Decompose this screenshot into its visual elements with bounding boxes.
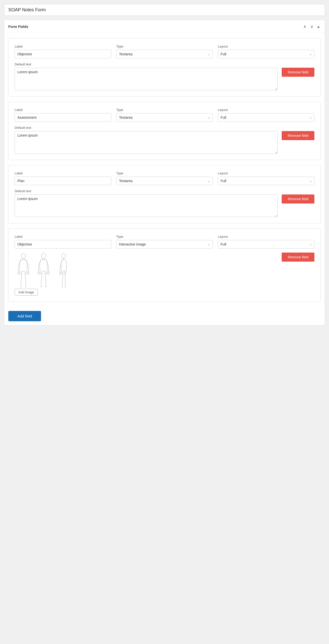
default-text-label-2: Default text <box>15 189 314 193</box>
svg-line-1 <box>22 258 22 260</box>
layout-select-0[interactable]: Full Half <box>218 50 314 58</box>
layout-group-2: Layout Full Half ⌄ <box>218 171 314 185</box>
type-heading-1: Type <box>116 108 213 112</box>
label-group-3: Label <box>15 235 111 249</box>
type-heading-3: Type <box>116 235 213 238</box>
layout-select-wrapper-1: Full Half ⌄ <box>218 113 314 122</box>
type-group-0: Type Textarea Interactive image Text ⌄ <box>116 45 213 58</box>
add-field-button[interactable]: Add field <box>8 311 41 321</box>
default-text-label-0: Default text <box>15 62 314 66</box>
layout-select-wrapper-0: Full Half ⌄ <box>218 50 314 58</box>
svg-line-7 <box>45 258 45 260</box>
remove-field-button-0[interactable]: Remove field <box>282 68 314 77</box>
field-card-3: Label Type Textarea Interactive image ⌄ … <box>8 228 321 302</box>
body-back-icon <box>35 253 52 288</box>
image-content: Add image <box>15 253 278 296</box>
field-row-1: Label Type Textarea Interactive image ⌄ … <box>15 108 314 122</box>
layout-select-wrapper-3: Full Half ⌄ <box>218 240 314 249</box>
form-fields-header: Form Fields ∧ ∨ ▴ <box>4 20 325 33</box>
svg-line-6 <box>42 258 43 260</box>
remove-field-button-2[interactable]: Remove field <box>282 194 314 204</box>
default-text-input-1[interactable] <box>15 131 278 154</box>
svg-line-2 <box>24 258 25 260</box>
layout-group-0: Layout Full Half ⌄ <box>218 45 314 58</box>
default-text-input-2[interactable] <box>15 194 278 217</box>
default-text-row-0: Remove field <box>15 68 314 90</box>
default-text-input-0[interactable] <box>15 68 278 90</box>
type-select-wrapper-1: Textarea Interactive image ⌄ <box>116 113 213 122</box>
layout-heading-2: Layout <box>218 171 314 175</box>
label-input-3[interactable] <box>15 240 111 249</box>
label-group-0: Label <box>15 45 111 58</box>
fields-container: Label Type Textarea Interactive image Te… <box>4 33 325 307</box>
default-text-row-1: Remove field <box>15 131 314 154</box>
svg-point-5 <box>42 253 46 259</box>
field-row-3: Label Type Textarea Interactive image ⌄ … <box>15 235 314 249</box>
field-row-2: Label Type Textarea Interactive image ⌄ … <box>15 171 314 185</box>
layout-heading-3: Layout <box>218 235 314 238</box>
type-group-1: Type Textarea Interactive image ⌄ <box>116 108 213 122</box>
layout-select-1[interactable]: Full Half <box>218 113 314 122</box>
type-select-2[interactable]: Textarea Interactive image <box>116 177 213 185</box>
move-down-button[interactable]: ∨ <box>309 24 315 29</box>
label-heading-3: Label <box>15 235 111 238</box>
field-card-1: Label Type Textarea Interactive image ⌄ … <box>8 102 321 160</box>
move-up-button[interactable]: ∧ <box>302 24 308 29</box>
type-heading-2: Type <box>116 171 213 175</box>
layout-group-3: Layout Full Half ⌄ <box>218 235 314 249</box>
page-title-input[interactable] <box>8 7 321 13</box>
type-select-wrapper-3: Textarea Interactive image ⌄ <box>116 240 213 249</box>
body-diagrams <box>15 253 278 288</box>
field-card-0: Label Type Textarea Interactive image Te… <box>8 38 321 97</box>
label-heading-2: Label <box>15 171 111 175</box>
page-title-bar <box>4 4 325 16</box>
type-select-wrapper-2: Textarea Interactive image ⌄ <box>116 177 213 185</box>
layout-heading-1: Layout <box>218 108 314 112</box>
label-input-0[interactable] <box>15 50 111 58</box>
body-front-icon <box>15 253 32 288</box>
default-text-section-2: Default text Remove field <box>15 189 314 217</box>
type-group-2: Type Textarea Interactive image ⌄ <box>116 171 213 185</box>
type-select-0[interactable]: Textarea Interactive image Text <box>116 50 213 58</box>
add-image-button[interactable]: Add image <box>15 289 38 296</box>
form-fields-title: Form Fields <box>8 25 28 29</box>
default-text-label-1: Default text <box>15 126 314 130</box>
type-group-3: Type Textarea Interactive image ⌄ <box>116 235 213 249</box>
layout-heading-0: Layout <box>218 45 314 48</box>
svg-point-0 <box>21 253 26 259</box>
remove-field-button-1[interactable]: Remove field <box>282 131 314 140</box>
add-field-section: Add field <box>4 307 325 325</box>
form-fields-panel: Form Fields ∧ ∨ ▴ Label Type Textarea <box>4 20 325 326</box>
field-card-2: Label Type Textarea Interactive image ⌄ … <box>8 165 321 223</box>
label-heading-1: Label <box>15 108 111 112</box>
layout-group-1: Layout Full Half ⌄ <box>218 108 314 122</box>
type-select-1[interactable]: Textarea Interactive image <box>116 113 213 122</box>
type-select-3[interactable]: Textarea Interactive image <box>116 240 213 249</box>
type-select-wrapper-0: Textarea Interactive image Text ⌄ <box>116 50 213 58</box>
label-group-1: Label <box>15 108 111 122</box>
default-text-section-0: Default text Remove field <box>15 62 314 90</box>
svg-point-10 <box>62 253 66 259</box>
label-input-1[interactable] <box>15 113 111 122</box>
body-side-icon <box>55 253 72 288</box>
label-group-2: Label <box>15 171 111 185</box>
label-heading-0: Label <box>15 45 111 48</box>
field-row-0: Label Type Textarea Interactive image Te… <box>15 45 314 58</box>
type-heading-0: Type <box>116 45 213 48</box>
layout-select-3[interactable]: Full Half <box>218 240 314 249</box>
default-text-row-2: Remove field <box>15 194 314 217</box>
default-text-section-1: Default text Remove field <box>15 126 314 154</box>
remove-field-button-3[interactable]: Remove field <box>282 253 314 262</box>
layout-select-wrapper-2: Full Half ⌄ <box>218 177 314 185</box>
header-controls: ∧ ∨ ▴ <box>302 24 321 29</box>
add-image-row: Add image Remove field <box>15 253 314 296</box>
label-input-2[interactable] <box>15 177 111 185</box>
collapse-button[interactable]: ▴ <box>316 24 321 29</box>
layout-select-2[interactable]: Full Half <box>218 177 314 185</box>
